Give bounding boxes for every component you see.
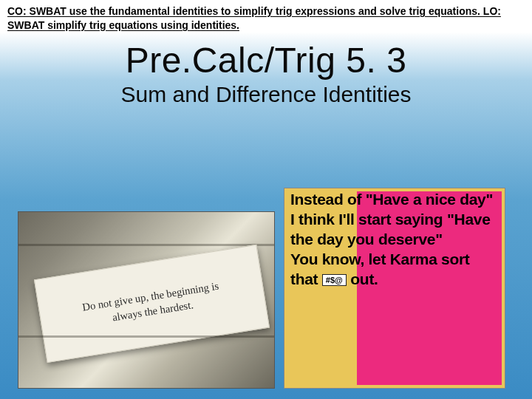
paper-strip: Do not give up, the beginning is always … bbox=[34, 245, 270, 363]
censor-box: #$@ bbox=[322, 274, 347, 286]
slide-subtitle: Sum and Difference Identities bbox=[0, 82, 532, 107]
karma-quote: Instead of "Have a nice day" I think I'l… bbox=[290, 190, 500, 289]
karma-text-post: out. bbox=[347, 270, 378, 287]
image-row: Do not give up, the beginning is always … bbox=[18, 188, 514, 389]
quote-photo-right: Instead of "Have a nice day" I think I'l… bbox=[284, 188, 505, 389]
paper-quote: Do not give up, the beginning is always … bbox=[81, 278, 222, 329]
karma-text-pre: Instead of "Have a nice day" I think I'l… bbox=[290, 191, 493, 287]
learning-objectives: CO: SWBAT use the fundamental identities… bbox=[0, 0, 532, 35]
slide-title: Pre.Calc/Trig 5. 3 bbox=[0, 40, 532, 81]
quote-photo-left: Do not give up, the beginning is always … bbox=[18, 211, 275, 389]
